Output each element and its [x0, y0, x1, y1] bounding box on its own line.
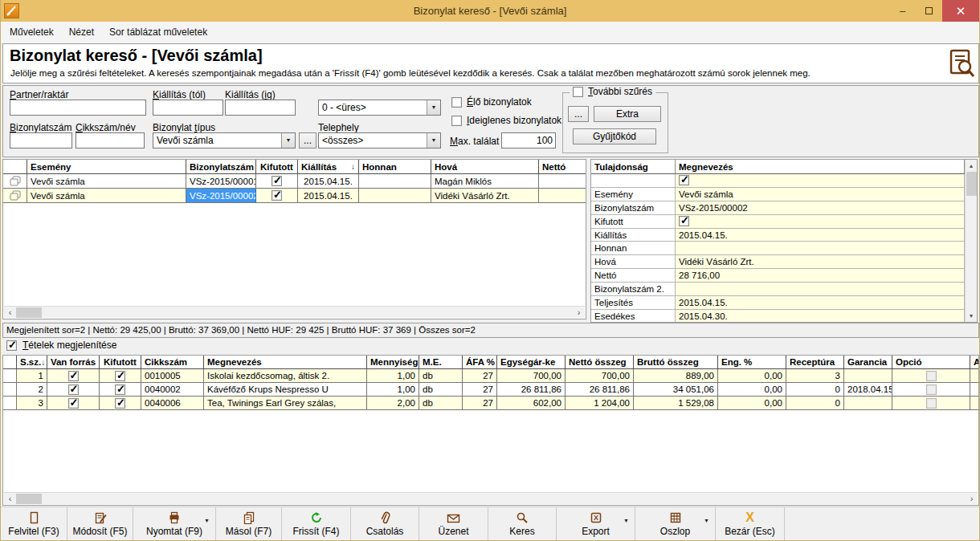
cell-esemeny[interactable]: Vevői számla	[27, 189, 186, 203]
export-button[interactable]: X Export ▼	[557, 507, 635, 540]
cell-kifutott[interactable]	[256, 174, 298, 189]
scroll-left-icon[interactable]: ‹	[4, 494, 16, 503]
partner-input[interactable]	[10, 100, 146, 116]
col-egysegar[interactable]: Egységár-ke	[497, 356, 566, 369]
bizonylat-tipus-more-button[interactable]: ...	[299, 132, 316, 148]
kifutott-checkbox[interactable]	[272, 176, 282, 186]
row-indicator-header[interactable]	[3, 356, 17, 369]
property-row[interactable]: HováVidéki Vásárló Zrt.	[591, 255, 977, 269]
menu-nezet[interactable]: Nézet	[63, 23, 100, 41]
col-megnevezes[interactable]: Megnevezés	[204, 356, 367, 369]
property-row[interactable]: Kiállítás2015.04.15.	[591, 229, 977, 242]
cell-bizonylatszam-selected[interactable]: VSz-2015/00002	[186, 189, 256, 203]
bezar-button[interactable]: X Bezár (Esc)	[716, 507, 785, 540]
masol-button[interactable]: Másol (F7)	[216, 507, 282, 540]
ures-select[interactable]: 0 - <üres> ▼	[318, 100, 441, 116]
extra-button[interactable]: Extra	[594, 106, 661, 122]
cell-kifutott[interactable]	[256, 189, 298, 203]
col-eng[interactable]: Eng. %	[718, 356, 786, 369]
cell-honnan[interactable]	[359, 189, 431, 203]
cell-bizonylatszam[interactable]: VSz-2015/00001	[186, 174, 256, 189]
property-row[interactable]: Nettó28 716,00	[591, 269, 977, 283]
table-row[interactable]: Vevői számla VSz-2015/00001 2015.04.15. …	[3, 174, 586, 189]
kiallitas-ig-input[interactable]	[225, 100, 296, 116]
bizonylat-tipus-select[interactable]: Vevői számla ▼	[153, 132, 296, 148]
property-row[interactable]: Teljesítés2015.04.15.	[591, 296, 977, 310]
kiallitas-tol-input[interactable]	[153, 100, 223, 116]
chevron-down-icon[interactable]: ▼	[704, 518, 709, 523]
chevron-down-icon[interactable]: ▼	[281, 133, 295, 148]
col-cikkszam[interactable]: Cikkszám	[141, 356, 204, 369]
opcio-checkbox[interactable]	[926, 384, 937, 395]
tovabbi-more-button[interactable]: ...	[568, 106, 589, 122]
telephely-select[interactable]: <összes> ▼	[318, 132, 441, 148]
van-forras-checkbox[interactable]	[68, 371, 79, 381]
maximize-button[interactable]	[916, 0, 942, 22]
frissit-button[interactable]: Frissít (F4)	[282, 507, 351, 540]
minimize-button[interactable]: –	[889, 0, 916, 22]
main-table-hscrollbar[interactable]: ‹ ›	[4, 306, 585, 318]
ideiglenes-checkbox[interactable]	[451, 116, 462, 126]
bizonylatszam-input[interactable]	[10, 132, 72, 148]
cikkszam-input[interactable]	[76, 132, 145, 148]
opcio-checkbox[interactable]	[926, 371, 937, 381]
cell-esemeny[interactable]: Vevői számla	[27, 174, 186, 189]
cell-netto[interactable]	[539, 174, 586, 189]
kifutott-checkbox[interactable]	[115, 398, 125, 409]
col-me[interactable]: M.E.	[419, 356, 463, 369]
property-row[interactable]: Bizonylatszám 2.	[591, 283, 977, 296]
kifutott-checkbox[interactable]	[272, 190, 282, 201]
col-kifutott[interactable]: Kifutott	[256, 160, 298, 174]
col-hova[interactable]: Hová	[431, 160, 539, 174]
property-checkbox[interactable]	[679, 175, 689, 185]
col-ssz[interactable]: S.sz.↓	[17, 356, 47, 369]
row-indicator-header[interactable]	[3, 160, 27, 174]
scroll-right-icon[interactable]: ›	[573, 307, 585, 317]
col-honnan[interactable]: Honnan	[359, 160, 431, 174]
menu-muveletek[interactable]: Műveletek	[3, 23, 60, 41]
tetelek-checkbox[interactable]	[6, 340, 17, 351]
col-bizonylatszam[interactable]: Bizonylatszám	[186, 160, 256, 174]
cell-kiallitas[interactable]: 2015.04.15.	[298, 189, 359, 203]
col-megnevezes[interactable]: Megnevezés	[676, 160, 965, 174]
chevron-down-icon[interactable]: ▼	[427, 133, 440, 148]
col-van-forras[interactable]: Van forrás	[47, 356, 100, 369]
property-row[interactable]	[591, 174, 977, 188]
scroll-thumb[interactable]	[16, 307, 42, 318]
table-row-selected[interactable]: Vevői számla VSz-2015/00002 2015.04.15. …	[3, 189, 586, 203]
col-receptura[interactable]: Receptúra	[786, 356, 844, 369]
chevron-down-icon[interactable]: ▼	[427, 100, 440, 115]
col-kifutott[interactable]: Kifutott	[100, 356, 141, 369]
csatolas-button[interactable]: Csatolás	[351, 507, 419, 540]
detail-row[interactable]: 3 0040006 Tea, Twinings Earl Grey szálas…	[3, 397, 978, 410]
opcio-checkbox[interactable]	[926, 398, 937, 409]
row-copy-icon[interactable]	[3, 174, 27, 189]
chevron-down-icon[interactable]: ▼	[204, 518, 210, 523]
scroll-up-icon[interactable]: ▲	[966, 160, 978, 172]
tovabbi-szures-checkbox[interactable]	[573, 87, 583, 97]
elo-bizonylatok-checkbox[interactable]	[451, 97, 462, 108]
chevron-down-icon[interactable]: ▼	[623, 518, 629, 523]
detail-row[interactable]: 1 0010005 Iskolai kezdőcsomag, áltisk 2.…	[3, 369, 978, 383]
kifutott-checkbox[interactable]	[115, 371, 125, 381]
keres-button[interactable]: Keres	[488, 507, 557, 540]
col-esemeny[interactable]: Esemény	[27, 160, 186, 174]
col-opcio[interactable]: Opció	[892, 356, 970, 369]
cell-kiallitas[interactable]: 2015.04.15.	[298, 174, 359, 189]
col-afa[interactable]: ÁFA %	[463, 356, 497, 369]
detail-row[interactable]: 2 0040002 Kávéfőző Krups Nespresso U 1,0…	[3, 383, 978, 397]
modosit-button[interactable]: Módosít (F5)	[67, 507, 133, 540]
col-brutto-osszeg[interactable]: Bruttó összeg	[634, 356, 718, 369]
scroll-down-icon[interactable]: ▼	[966, 310, 978, 322]
property-grid-vscrollbar[interactable]: ▲ ▼	[965, 160, 977, 322]
max-talalat-input[interactable]	[501, 132, 556, 148]
close-button[interactable]: ✕	[942, 0, 979, 22]
col-garancia[interactable]: Garancia	[844, 356, 892, 369]
scroll-right-icon[interactable]: ›	[966, 494, 978, 503]
property-row[interactable]: BizonylatszámVSz-2015/00002	[591, 201, 977, 215]
property-row[interactable]: Kifutott	[591, 215, 977, 229]
col-kiallitas[interactable]: Kiállítás↓	[298, 160, 359, 174]
nyomtat-button[interactable]: Nyomtat (F9) ▼	[133, 507, 216, 540]
detail-table-hscrollbar[interactable]: ‹ ›	[4, 492, 978, 504]
scroll-thumb[interactable]	[16, 494, 42, 504]
